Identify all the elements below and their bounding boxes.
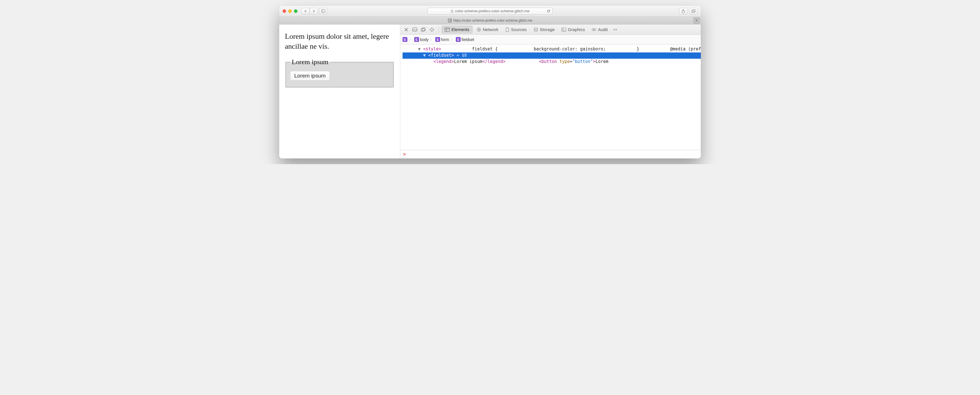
dock-side-button[interactable] — [411, 26, 418, 33]
breadcrumb-body[interactable]: Ebody — [414, 37, 428, 42]
page-button[interactable]: Lorem ipsum — [290, 71, 330, 81]
reload-button[interactable] — [546, 9, 550, 13]
breadcrumb-sep: 〉 — [409, 37, 412, 42]
graphics-icon — [562, 28, 566, 32]
tab-sources[interactable]: Sources — [503, 26, 530, 33]
svg-rect-8 — [422, 29, 425, 31]
chevron-right-icon — [312, 10, 315, 13]
svg-rect-15 — [445, 28, 450, 31]
svg-point-19 — [534, 28, 538, 29]
traffic-lights — [283, 10, 298, 13]
back-button[interactable] — [301, 8, 309, 14]
console-prompt-icon: > — [403, 152, 406, 157]
tab-strip: C https://color-scheme-prefers-color-sch… — [279, 16, 701, 24]
tab-network[interactable]: Network — [474, 26, 501, 33]
nav-history-buttons — [301, 8, 318, 14]
breadcrumb-sep: 〉 — [430, 37, 434, 42]
dom-selected-node[interactable]: ▼ <fieldset> = $0 — [402, 53, 701, 59]
devtools-toolbar: Elements Network Sources Storage Graphic… — [400, 24, 701, 35]
dock-bottom-icon — [412, 28, 417, 31]
page-paragraph: Lorem ipsum dolor sit amet, legere ancil… — [285, 31, 394, 51]
tab-overflow-button[interactable] — [612, 26, 619, 33]
dock-popout-button[interactable] — [420, 26, 427, 33]
content-area: Lorem ipsum dolor sit amet, legere ancil… — [279, 24, 701, 158]
svg-rect-0 — [321, 10, 325, 13]
share-icon — [681, 9, 685, 13]
sidebar-icon — [321, 10, 325, 13]
address-bar[interactable]: color-scheme-prefers-color-scheme.glitch… — [428, 8, 553, 14]
breadcrumb-fieldset[interactable]: Efieldset — [456, 37, 474, 42]
new-tab-button[interactable]: + — [694, 18, 700, 24]
dock-detach-icon — [421, 28, 426, 32]
page-legend: Lorem ipsum — [290, 58, 330, 66]
svg-rect-2 — [451, 11, 453, 13]
tab-graphics[interactable]: Graphics — [558, 26, 588, 33]
svg-point-21 — [563, 29, 563, 29]
svg-rect-9 — [422, 28, 425, 30]
target-icon — [430, 27, 434, 32]
breadcrumb-sep: 〉 — [451, 37, 454, 42]
devtools-body: E 〉 Ebody 〉 Eform 〉 Efieldset — [400, 35, 701, 158]
svg-point-10 — [430, 28, 433, 31]
audit-icon — [592, 28, 596, 32]
close-icon — [404, 28, 408, 32]
tab-audit-label: Audit — [598, 27, 608, 32]
page-fieldset: Lorem ipsum Lorem ipsum — [285, 58, 394, 88]
breadcrumb-form[interactable]: Eform — [435, 37, 449, 42]
address-host: color-scheme-prefers-color-scheme.glitch… — [455, 9, 530, 13]
toolbar-right — [679, 8, 697, 14]
share-button[interactable] — [679, 8, 687, 14]
show-tabs-button[interactable] — [689, 8, 697, 14]
chevron-left-icon — [304, 10, 307, 13]
storage-icon — [534, 27, 538, 32]
lock-icon — [451, 10, 453, 13]
zoom-window-button[interactable] — [294, 10, 298, 13]
chevron-double-right-icon — [613, 28, 617, 31]
tab-elements[interactable]: Elements — [442, 25, 473, 33]
close-window-button[interactable] — [283, 10, 286, 13]
svg-rect-6 — [413, 28, 417, 31]
sources-icon — [505, 27, 509, 32]
tab-storage[interactable]: Storage — [531, 26, 558, 33]
browser-window: color-scheme-prefers-color-scheme.glitch… — [279, 6, 701, 158]
tab-graphics-label: Graphics — [568, 27, 585, 32]
show-sidebar-button[interactable] — [319, 8, 327, 14]
tab-audit[interactable]: Audit — [589, 26, 611, 33]
svg-rect-4 — [691, 10, 694, 13]
tab-elements-label: Elements — [452, 27, 469, 32]
dom-breadcrumb: E 〉 Ebody 〉 Eform 〉 Efieldset — [400, 35, 701, 45]
inspect-element-button[interactable] — [428, 26, 436, 33]
rendered-page: Lorem ipsum dolor sit amet, legere ancil… — [279, 24, 400, 158]
elements-icon — [445, 28, 450, 32]
tab-network-label: Network — [483, 27, 498, 32]
reload-icon — [546, 9, 550, 13]
toolbar-separator — [438, 27, 439, 33]
network-icon — [477, 27, 481, 32]
tab-storage-label: Storage — [540, 27, 555, 32]
dom-tree[interactable]: ▼ <style> fieldset { background-color: g… — [400, 45, 701, 150]
close-devtools-button[interactable] — [402, 26, 410, 33]
forward-button[interactable] — [310, 8, 318, 14]
tab-favicon: C — [448, 19, 452, 22]
devtools-panel: Elements Network Sources Storage Graphic… — [400, 24, 701, 158]
svg-rect-5 — [692, 10, 695, 12]
breadcrumb-root[interactable]: E — [402, 37, 407, 42]
console-drawer[interactable]: > — [400, 150, 701, 158]
tab-sources-label: Sources — [511, 27, 527, 32]
tabs-icon — [691, 10, 696, 13]
minimize-window-button[interactable] — [288, 10, 292, 13]
dom-pane: E 〉 Ebody 〉 Eform 〉 Efieldset — [400, 35, 701, 158]
tab-title[interactable]: https://color-scheme-prefers-color-schem… — [453, 19, 533, 22]
window-titlebar: color-scheme-prefers-color-scheme.glitch… — [279, 6, 701, 16]
